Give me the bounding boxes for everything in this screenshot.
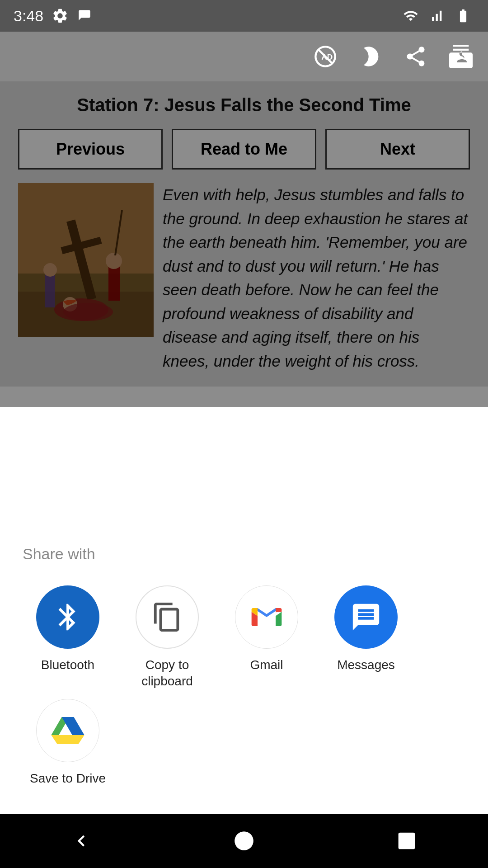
drive-icon <box>50 712 86 749</box>
copy-icon <box>151 601 183 633</box>
time-display: 3:48 <box>14 7 43 25</box>
article-image <box>18 183 154 337</box>
svg-rect-17 <box>399 833 415 849</box>
bluetooth-label: Bluetooth <box>41 657 94 673</box>
svg-point-15 <box>63 303 113 321</box>
next-button[interactable]: Next <box>325 129 470 170</box>
svg-point-14 <box>43 263 57 277</box>
back-icon <box>70 830 93 852</box>
signal-icon <box>427 8 446 24</box>
share-grid: Bluetooth Copy to clipboard <box>23 585 465 787</box>
article-title: Station 7: Jesus Falls the Second Time <box>18 95 470 115</box>
status-left: 3:48 <box>14 7 92 25</box>
article-bg: Station 7: Jesus Falls the Second Time P… <box>0 81 488 387</box>
share-title: Share with <box>23 545 465 563</box>
recents-icon <box>397 831 417 851</box>
app-bar: AD <box>0 32 488 81</box>
ad-block-icon[interactable]: AD <box>312 43 339 70</box>
status-bar: 3:48 <box>0 0 488 32</box>
home-icon <box>233 830 255 852</box>
nav-bar <box>0 814 488 868</box>
back-button[interactable] <box>63 823 99 859</box>
home-button[interactable] <box>226 823 262 859</box>
gear-icon <box>52 7 69 24</box>
gmail-icon-wrap <box>235 585 298 649</box>
share-item-gmail[interactable]: Gmail <box>221 585 312 690</box>
night-mode-icon[interactable] <box>357 43 384 70</box>
bluetooth-icon <box>52 601 84 633</box>
battery-icon <box>452 8 474 24</box>
content-area: Even with help, Jesus stumbles and falls… <box>18 183 470 373</box>
wifi-icon <box>400 8 421 24</box>
drive-icon-wrap <box>36 699 99 762</box>
gmail-label: Gmail <box>250 657 283 673</box>
share-item-copy[interactable]: Copy to clipboard <box>122 585 212 690</box>
svg-text:AD: AD <box>321 52 333 61</box>
gmail-icon <box>249 599 285 635</box>
read-to-me-button[interactable]: Read to Me <box>172 129 316 170</box>
svg-point-11 <box>106 253 122 269</box>
messages-label: Messages <box>337 657 395 673</box>
messages-icon <box>350 601 382 633</box>
previous-button[interactable]: Previous <box>18 129 163 170</box>
share-item-messages[interactable]: Messages <box>321 585 411 690</box>
share-sheet: Share with Bluetooth Copy to clipboard <box>0 527 488 814</box>
memo-icon <box>77 7 92 24</box>
bluetooth-icon-wrap <box>36 585 99 649</box>
main-content: Station 7: Jesus Falls the Second Time P… <box>0 81 488 407</box>
share-item-bluetooth[interactable]: Bluetooth <box>23 585 113 690</box>
nav-buttons: Previous Read to Me Next <box>18 129 470 170</box>
svg-rect-13 <box>45 274 55 307</box>
copy-icon-wrap <box>136 585 199 649</box>
messages-icon-wrap <box>334 585 398 649</box>
drive-label: Save to Drive <box>30 770 106 787</box>
share-icon[interactable] <box>402 43 429 70</box>
copy-label: Copy to clipboard <box>122 657 212 690</box>
svg-rect-10 <box>108 264 120 301</box>
svg-point-16 <box>235 831 253 850</box>
status-right <box>400 8 474 24</box>
article-text: Even with help, Jesus stumbles and falls… <box>163 183 470 373</box>
recents-button[interactable] <box>389 823 425 859</box>
contact-icon[interactable] <box>447 43 474 70</box>
share-item-drive[interactable]: Save to Drive <box>23 699 113 787</box>
